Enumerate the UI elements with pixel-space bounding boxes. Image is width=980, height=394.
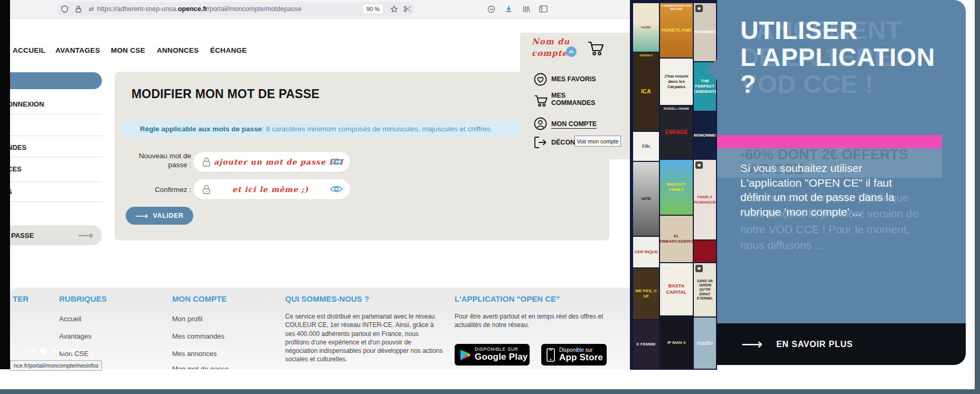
favorite-heart-icon[interactable] <box>695 265 703 272</box>
movie-poster[interactable]: CER RIQUE <box>633 237 659 267</box>
movie-poster[interactable]: HONEYLAND2 NOMINATIONS AUX OSCARS <box>660 3 693 57</box>
nav-echange[interactable]: ÉCHANGE <box>210 46 247 54</box>
menu-mes-commandes[interactable]: MESCOMMANDES <box>551 92 595 107</box>
google-play-icon <box>460 349 470 361</box>
footer-link-accueil[interactable]: Accueil <box>59 315 81 323</box>
promo-heading: UTILISERL'APPLICATION? <box>740 17 935 98</box>
menu-mon-compte[interactable]: MON COMPTE <box>551 120 597 129</box>
arrow-right-icon: ⟶ <box>78 229 93 242</box>
nav-accueil[interactable]: ACCUEIL <box>13 46 45 54</box>
movie-poster[interactable]: BIGFOOT FAMILY <box>660 160 693 215</box>
movie-poster[interactable]: ENRAGÉRUSSELL CROWE <box>660 106 693 159</box>
bookmark-star-icon[interactable] <box>387 2 401 16</box>
footer-about-text: Ce service est distribué en partenariat … <box>285 312 444 364</box>
new-password-annotation: ajouter un mot de passe ICI <box>214 158 343 166</box>
address-bar[interactable]: ⇄ https://adherent-snep-unsa.opence.fr/p… <box>57 2 414 16</box>
footer-link-mes-annonces[interactable]: Mes annonces <box>172 350 217 358</box>
carousel-dot-active[interactable] <box>40 347 47 354</box>
movie-poster[interactable]: UITE <box>633 162 659 236</box>
app-store-badge[interactable]: Disponible surApp Store <box>541 344 607 366</box>
arrow-right-icon: ⟶ <box>135 212 148 220</box>
movie-poster[interactable]: FAMILY ROMANCE <box>694 160 716 239</box>
zoom-level-chip[interactable]: 90 % <box>363 5 383 13</box>
sidebar-item-active[interactable]: E <box>0 72 102 89</box>
movie-poster[interactable]: madre <box>694 318 716 369</box>
permissions-icon[interactable]: ⇄ <box>89 5 94 13</box>
arrow-right-icon: ⟶ <box>741 335 762 353</box>
movie-poster[interactable]: ICABAMAKO <box>633 53 659 131</box>
new-password-input[interactable]: ajouter un mot de passe ICI <box>193 152 350 172</box>
screenshot-stage: ⇄ https://adherent-snep-unsa.opence.fr/p… <box>0 0 980 394</box>
carousel-dot[interactable] <box>70 348 76 354</box>
footer-link-avantages[interactable]: Avantages <box>59 332 91 340</box>
show-password-icon[interactable] <box>330 158 343 166</box>
status-bar-url: nce.fr/portail/moncompte/mesinfos <box>10 360 102 371</box>
favorite-heart-icon[interactable] <box>695 161 703 169</box>
movie-poster[interactable]: EL EMBARCADERO <box>660 216 693 262</box>
downloads-icon[interactable] <box>502 2 515 16</box>
movie-poster[interactable]: MIGNONNES <box>694 112 716 159</box>
promo-paragraph: Si vous souhaitez utiliserL'application … <box>740 161 894 219</box>
promo-notch-arrow <box>705 59 717 80</box>
footer-contact-heading: TER <box>13 294 29 303</box>
en-savoir-plus-button[interactable]: ⟶ EN SAVOIR PLUS <box>717 323 966 365</box>
movie-poster[interactable]: IP MAN 4 <box>660 316 693 369</box>
show-password-icon[interactable] <box>330 185 343 193</box>
window-edge-bottom <box>0 389 980 394</box>
movie-poster[interactable]: nette <box>633 3 659 52</box>
sidebar-item-password[interactable]: PASSE ⟶ <box>0 225 102 245</box>
account-name: Nom du <box>532 37 570 46</box>
account-name: compte <box>532 49 568 58</box>
footer-qui-sommes-nous-heading: QUI SOMMES-NOUS ? <box>285 294 369 303</box>
divider <box>0 201 102 202</box>
submit-button[interactable]: ⟶ VALIDER <box>126 207 193 225</box>
pocket-icon[interactable] <box>484 2 498 16</box>
movie-poster[interactable]: J'irai mourir dans les Carpates <box>660 59 693 105</box>
movie-poster[interactable] <box>694 241 716 262</box>
sidebar-toggle-icon[interactable] <box>536 2 550 16</box>
movie-poster[interactable]: DANS UN JARDIN QU'ON DIRAIT ÉTERNEL <box>694 263 716 316</box>
sidebar-item-connexion[interactable]: ONNEXION <box>7 100 44 108</box>
movie-poster[interactable]: Fille <box>633 132 659 161</box>
rule-label: Règle applicable aux mots de passe <box>140 125 262 133</box>
divider <box>0 136 102 136</box>
movie-poster[interactable]: E FEMME <box>633 320 659 369</box>
nav-avantages[interactable]: AVANTAGES <box>55 46 100 54</box>
tracking-shield-icon[interactable] <box>61 5 68 13</box>
movie-poster[interactable]: L'INFIRMIÈRE <box>694 3 716 61</box>
lock-icon[interactable] <box>76 6 81 13</box>
cart-icon <box>534 94 549 108</box>
nav-mon-cse[interactable]: MON CSE <box>111 46 145 54</box>
footer-link-mon-profil[interactable]: Mon profil <box>172 315 202 323</box>
cart-button[interactable] <box>587 40 605 59</box>
screenshot-tool-icon[interactable] <box>401 2 414 16</box>
movie-poster[interactable]: ME PES, C UF <box>633 268 659 319</box>
footer-rubriques-heading: RUBRIQUES <box>59 294 107 303</box>
favorite-heart-icon[interactable] <box>695 5 703 12</box>
promo-panel: LANCEMENTDE LA 1EREVOD CCE ! UTILISERL'A… <box>717 0 966 323</box>
divider <box>0 181 102 182</box>
carousel-dot[interactable] <box>60 348 66 354</box>
account-collapse-button[interactable] <box>566 46 577 57</box>
footer-link-mes-commandes[interactable]: Mes commandes <box>172 332 224 340</box>
confirm-password-input[interactable]: et ici le même ;) <box>193 179 350 199</box>
user-icon <box>534 117 547 130</box>
carousel-dot[interactable] <box>30 348 36 354</box>
cta-label: EN SAVOIR PLUS <box>776 340 853 349</box>
menu-mes-favoris[interactable]: MES FAVORIS <box>551 75 596 83</box>
footer-mon-compte-heading: MON COMPTE <box>172 294 227 303</box>
movie-poster[interactable]: BASTA CAPITAL <box>660 263 693 315</box>
library-icon[interactable] <box>519 2 533 16</box>
window-edge-left <box>0 0 10 369</box>
browser-toolbar: ⇄ https://adherent-snep-unsa.opence.fr/p… <box>10 0 632 18</box>
carousel-dot[interactable] <box>51 348 56 354</box>
new-password-label: Nouveau mot depasse : <box>127 151 191 169</box>
footer-application-text: Pour être averti partout et en temps rée… <box>455 312 613 330</box>
sidebar-item-commandes[interactable]: NDES <box>7 143 26 151</box>
footer-link-mon-mot-de-passe[interactable]: Mon mot de passe <box>172 365 229 369</box>
sidebar-password-label: PASSE <box>11 232 34 239</box>
nav-annonces[interactable]: ANNONCES <box>157 46 199 54</box>
footer: TER RUBRIQUES Accueil Avantages Mon CSE … <box>10 289 632 369</box>
divider <box>0 114 102 114</box>
google-play-badge[interactable]: DISPONIBLE SURGoogle Play <box>455 344 530 366</box>
